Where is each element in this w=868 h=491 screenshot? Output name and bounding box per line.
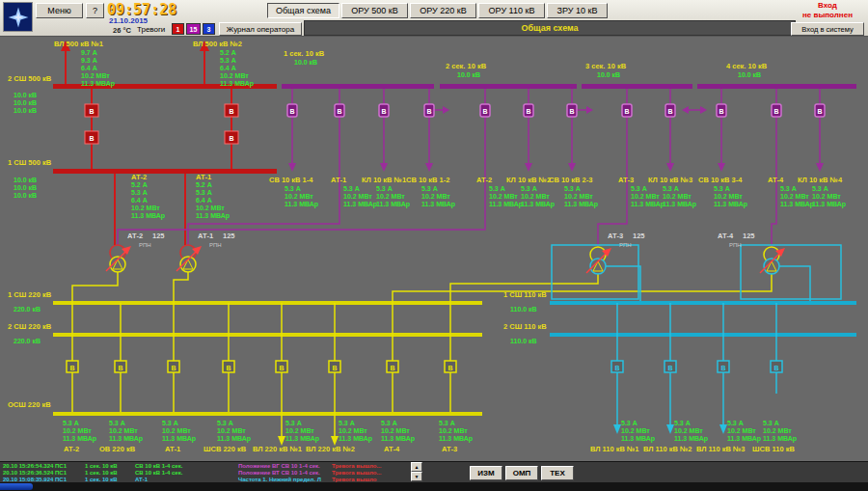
alarm-count-warning[interactable]: 15 xyxy=(186,23,201,35)
bay-label: АТ-4 xyxy=(384,446,399,453)
busbar-220-1[interactable] xyxy=(53,301,482,305)
izm-button[interactable]: ИЗМ xyxy=(470,466,502,480)
top-toolbar: Меню ? 09:57:28 21.10.2015 26 °С Тревоги… xyxy=(0,0,868,37)
tab-obshchaya-skhema[interactable]: Общая схема xyxy=(267,3,339,18)
breaker-state[interactable]: В xyxy=(448,365,452,371)
autotransformer-symbols[interactable] xyxy=(110,245,779,274)
tab-oru-220[interactable]: ОРУ 220 кВ xyxy=(410,3,476,18)
log-entry[interactable]: 20.10 15:26:36.524 ПС11 сек. 10 кВСВ 10 … xyxy=(0,470,409,477)
breaker-state[interactable]: В xyxy=(279,365,284,371)
breaker-state[interactable]: В xyxy=(226,365,231,371)
breaker-state[interactable]: В xyxy=(390,365,394,371)
transformer-name[interactable]: АТ-2 xyxy=(127,232,143,240)
busbar-10-sec3[interactable] xyxy=(582,84,692,89)
operator-journal-button[interactable]: Журнал оператора xyxy=(219,22,302,36)
bay-values: 5.3 А10.2 МВт11.3 МВАр xyxy=(63,420,96,443)
busbar-110-2[interactable] xyxy=(550,333,856,337)
transformer-tap: 125 xyxy=(223,232,235,240)
arrow-down-icon xyxy=(816,163,824,172)
bay-label: ШСВ 220 кВ xyxy=(203,446,246,453)
help-button[interactable]: ? xyxy=(86,3,104,18)
bay-values: 5.3 А10.2 МВт11.3 МВАр xyxy=(109,420,143,443)
breaker-state[interactable]: В xyxy=(526,108,530,115)
bay-values: 5.3 А10.2 МВт11.3 МВАр xyxy=(343,185,377,208)
tab-zru-10[interactable]: ЗРУ 10 кВ xyxy=(547,3,608,18)
breaker-state[interactable]: В xyxy=(118,365,122,371)
breaker-state[interactable]: В xyxy=(337,108,341,115)
bus-label: 1 СШ 500 кВ xyxy=(8,159,51,167)
breaker-state[interactable]: В xyxy=(89,108,94,115)
breaker-state[interactable]: В xyxy=(667,108,672,115)
scheme-wires: В В В В В В В В В В В В В В В В В В В В xyxy=(0,37,868,461)
breaker-state[interactable]: В xyxy=(720,365,725,371)
breaker-state[interactable]: В xyxy=(817,108,822,115)
bay-values: 5.3 А10.2 МВт11.3 МВАр xyxy=(763,420,797,443)
tab-oru-110[interactable]: ОРУ 110 кВ xyxy=(478,3,545,18)
transformer-name[interactable]: АТ-3 xyxy=(608,232,623,240)
arrow-down-icon xyxy=(613,424,621,434)
bay-values: 5.3 А10.2 МВт11.3 МВАр xyxy=(631,185,665,208)
busbar-10-sec4[interactable] xyxy=(697,84,856,89)
bay-label: КЛ 10 кВ №4 xyxy=(798,177,842,184)
bay-values: 5.3 А10.2 МВт11.3 МВАр xyxy=(621,420,655,443)
breaker-state[interactable]: В xyxy=(381,108,386,115)
transformer-sub: РПН xyxy=(729,241,742,249)
bay-label: СВ 10 кВ 1-4 xyxy=(269,177,312,184)
bay-label: ВЛ 220 кВ №2 xyxy=(306,446,355,453)
tab-oru-500[interactable]: ОРУ 500 кВ xyxy=(341,3,408,18)
breaker-state[interactable]: В xyxy=(482,108,487,115)
transformer-name[interactable]: АТ-4 xyxy=(718,232,733,240)
alarm-count-info[interactable]: 3 xyxy=(203,23,215,35)
breaker-state[interactable]: В xyxy=(289,108,294,115)
clock-date: 21.10.2015 xyxy=(109,16,148,25)
app-logo-icon[interactable] xyxy=(3,2,33,32)
bay-values: 5.3 А10.2 МВт11.3 МВАр xyxy=(285,420,319,443)
transformer-name[interactable]: АТ-1 xyxy=(198,232,213,240)
bus-voltage: 220.0 кВ xyxy=(14,338,41,345)
bus-voltage: 110.0 кВ xyxy=(510,338,537,345)
breaker-state[interactable]: В xyxy=(69,365,74,371)
busbar-10-sec1[interactable] xyxy=(282,84,434,89)
breaker-state[interactable]: В xyxy=(332,365,337,371)
alarm-count-critical[interactable]: 1 xyxy=(172,23,184,35)
breaker-state[interactable]: В xyxy=(667,365,672,371)
breaker-state[interactable]: В xyxy=(229,135,233,142)
bay-values: 5.3 А10.2 МВт11.3 МВАр xyxy=(162,420,196,443)
section-label: 3 сек. 10 кВ xyxy=(585,63,626,70)
bay-label: КЛ 10 кВ №3 xyxy=(648,177,692,184)
feeder-values: 5.2 А5.3 А6.4 А10.2 МВт11.3 МВАр xyxy=(196,181,230,220)
breaker-state[interactable]: В xyxy=(614,365,619,371)
section-voltage: 10.0 кВ xyxy=(294,59,317,67)
bay-values: 5.3 А10.2 МВт11.3 МВАр xyxy=(489,185,523,208)
bay-label: АТ-3 xyxy=(442,446,457,453)
breaker-state[interactable]: В xyxy=(569,108,574,115)
arrow-down-icon xyxy=(666,163,674,172)
section-label: 2 сек. 10 кВ xyxy=(446,63,486,70)
breaker-state[interactable]: В xyxy=(229,108,233,115)
busbar-220-osh[interactable] xyxy=(53,412,482,416)
screen-title-bar: Общая схема xyxy=(304,20,796,36)
breaker-state[interactable]: В xyxy=(89,135,94,142)
menu-button[interactable]: Меню xyxy=(36,3,83,18)
bay-values: 5.3 А10.2 МВт11.3 МВАр xyxy=(376,185,410,208)
breaker-state[interactable]: В xyxy=(426,108,431,115)
breaker-state[interactable]: В xyxy=(773,108,778,115)
log-scroll-up-button[interactable]: ▲ xyxy=(411,462,422,472)
breaker-state[interactable]: В xyxy=(773,365,778,371)
breaker-state[interactable]: В xyxy=(719,108,723,115)
busbar-110-1[interactable] xyxy=(550,301,856,305)
bay-values: 5.3 А10.2 МВт11.3 МВАр xyxy=(339,420,372,443)
omp-button[interactable]: ОМП xyxy=(505,466,538,480)
feeder-values: 9.7 А9.3 А6.4 А10.2 МВт11.3 МВАр xyxy=(81,49,115,88)
bay-label: ВЛ 110 кВ №1 xyxy=(590,446,639,453)
busbar-10-sec2[interactable] xyxy=(440,84,577,89)
breaker-state[interactable]: В xyxy=(624,108,629,115)
busbar-500-1[interactable] xyxy=(53,169,277,174)
teh-button[interactable]: ТЕХ xyxy=(541,466,574,480)
breaker-state[interactable]: В xyxy=(171,365,176,371)
login-button[interactable]: Вход в систему xyxy=(791,22,864,36)
log-scroll-down-button[interactable]: ▼ xyxy=(411,472,422,481)
bus-label: 1 СШ 220 кВ xyxy=(8,291,51,299)
log-entry[interactable]: 20.10 15:26:54.324 ПС11 сек. 10 кВСВ 10 … xyxy=(0,463,409,470)
busbar-220-2[interactable] xyxy=(53,333,482,337)
